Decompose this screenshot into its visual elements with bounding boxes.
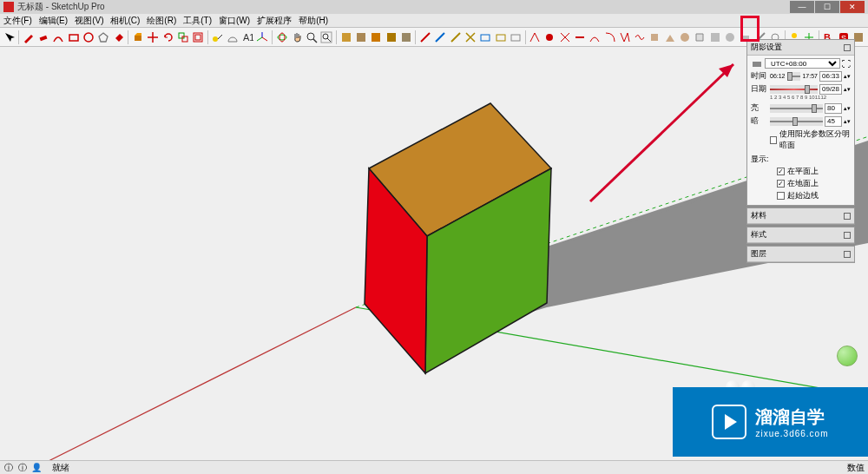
plugin-icon[interactable] bbox=[354, 30, 367, 44]
info-icon[interactable]: ⓘ bbox=[3, 463, 14, 473]
plugin-icon[interactable] bbox=[589, 30, 602, 44]
shadow-panel-header[interactable]: 阴影设置 bbox=[747, 40, 854, 56]
svg-point-12 bbox=[307, 33, 314, 40]
plugin-icon[interactable] bbox=[479, 30, 492, 44]
plugin-icon[interactable] bbox=[573, 30, 586, 44]
plugin-icon[interactable] bbox=[648, 30, 661, 44]
menu-draw[interactable]: 绘图(R) bbox=[147, 15, 176, 27]
pan-icon[interactable] bbox=[290, 30, 303, 44]
move-icon[interactable] bbox=[147, 30, 160, 44]
collapse-icon[interactable] bbox=[844, 251, 851, 258]
on-faces-checkbox[interactable]: ✓ bbox=[777, 168, 785, 175]
menu-tools[interactable]: 工具(T) bbox=[183, 15, 212, 27]
plugin-icon[interactable] bbox=[708, 30, 721, 44]
rectangle-icon[interactable] bbox=[67, 30, 80, 44]
zoom-extents-icon[interactable] bbox=[320, 30, 333, 44]
plugin-icon[interactable] bbox=[509, 30, 522, 44]
toolbar-separator bbox=[207, 30, 208, 44]
plugin-icon[interactable] bbox=[528, 30, 541, 44]
plugin-icon[interactable] bbox=[399, 30, 412, 44]
collapse-icon[interactable] bbox=[844, 213, 851, 220]
offset-icon[interactable] bbox=[191, 30, 204, 44]
plugin-icon[interactable] bbox=[385, 30, 398, 44]
info-icon[interactable]: ⓘ bbox=[17, 463, 28, 473]
select-tool-icon[interactable] bbox=[3, 30, 16, 44]
protractor-icon[interactable] bbox=[226, 30, 239, 44]
close-button[interactable]: ✕ bbox=[840, 1, 865, 13]
stepper-icon[interactable]: ▴▾ bbox=[844, 86, 851, 93]
from-edges-checkbox[interactable] bbox=[777, 192, 785, 200]
plugin-icon[interactable] bbox=[434, 30, 447, 44]
plugin-icon[interactable] bbox=[418, 30, 431, 44]
stepper-icon[interactable]: ▴▾ bbox=[844, 73, 851, 80]
scale-icon[interactable] bbox=[176, 30, 189, 44]
window-control-buttons: — ☐ ✕ bbox=[790, 1, 865, 13]
svg-rect-7 bbox=[195, 35, 201, 40]
plugin-icon[interactable] bbox=[339, 30, 352, 44]
maximize-button[interactable]: ☐ bbox=[815, 1, 839, 13]
orbit-icon[interactable] bbox=[275, 30, 288, 44]
pencil-icon[interactable] bbox=[22, 30, 35, 44]
light-slider[interactable] bbox=[770, 104, 823, 113]
minimize-button[interactable]: — bbox=[790, 1, 814, 13]
date-value[interactable]: 09/28 bbox=[819, 84, 842, 95]
svg-rect-5 bbox=[182, 36, 187, 42]
collapse-icon[interactable] bbox=[844, 232, 851, 239]
menu-file[interactable]: 文件(F) bbox=[3, 15, 32, 27]
plugin-icon[interactable] bbox=[449, 30, 462, 44]
eraser-icon[interactable] bbox=[37, 30, 50, 44]
plugin-icon[interactable] bbox=[558, 30, 571, 44]
date-slider[interactable] bbox=[770, 85, 818, 94]
stepper-icon[interactable]: ▴▾ bbox=[844, 118, 851, 125]
time-slider[interactable] bbox=[787, 72, 801, 81]
menu-extensions[interactable]: 扩展程序 bbox=[257, 15, 292, 27]
timezone-select[interactable]: UTC+08:00 bbox=[765, 58, 840, 69]
shadow-toggle-icon[interactable] bbox=[752, 58, 762, 69]
plugin-icon[interactable] bbox=[634, 30, 647, 44]
on-ground-checkbox[interactable]: ✓ bbox=[777, 180, 785, 188]
dark-slider[interactable] bbox=[770, 117, 823, 126]
tape-icon[interactable] bbox=[211, 30, 224, 44]
plugin-icon[interactable] bbox=[723, 30, 736, 44]
push-pull-icon[interactable] bbox=[131, 30, 144, 44]
rotate-icon[interactable] bbox=[161, 30, 174, 44]
zoom-icon[interactable] bbox=[305, 30, 318, 44]
plugin-icon[interactable] bbox=[618, 30, 631, 44]
plugin-icon[interactable] bbox=[370, 30, 383, 44]
arc-icon[interactable] bbox=[52, 30, 65, 44]
plugin-icon[interactable] bbox=[494, 30, 507, 44]
time-value[interactable]: 06:33 bbox=[819, 71, 842, 82]
collapse-icon[interactable] bbox=[844, 44, 851, 51]
green-sphere-icon[interactable] bbox=[837, 346, 858, 366]
time-end: 17:57 bbox=[802, 73, 818, 79]
svg-rect-24 bbox=[651, 34, 658, 41]
materials-header[interactable]: 材料 bbox=[747, 208, 854, 224]
menu-edit[interactable]: 编辑(E) bbox=[39, 15, 68, 27]
plugin-icon[interactable] bbox=[603, 30, 616, 44]
layers-header[interactable]: 图层 bbox=[747, 247, 854, 262]
plugin-icon[interactable] bbox=[678, 30, 691, 44]
menu-camera[interactable]: 相机(C) bbox=[110, 15, 140, 27]
plugin-icon[interactable] bbox=[663, 30, 676, 44]
axes-icon[interactable] bbox=[256, 30, 269, 44]
plugin-icon[interactable] bbox=[543, 30, 556, 44]
watermark-en: zixue.3d66.com bbox=[755, 429, 828, 438]
dark-value[interactable]: 45 bbox=[825, 116, 842, 127]
svg-point-8 bbox=[213, 36, 218, 42]
menu-bar: 文件(F) 编辑(E) 视图(V) 相机(C) 绘图(R) 工具(T) 窗口(W… bbox=[0, 14, 868, 28]
menu-help[interactable]: 帮助(H) bbox=[299, 15, 328, 27]
polygon-icon[interactable] bbox=[97, 30, 110, 44]
text-icon[interactable]: A1 bbox=[240, 30, 253, 44]
bucket-icon[interactable] bbox=[112, 30, 125, 44]
menu-view[interactable]: 视图(V) bbox=[75, 15, 103, 27]
expand-icon[interactable]: ⛶ bbox=[842, 59, 851, 69]
light-value[interactable]: 80 bbox=[825, 103, 842, 114]
plugin-icon[interactable] bbox=[694, 30, 707, 44]
plugin-icon[interactable] bbox=[464, 30, 477, 44]
person-icon[interactable]: 👤 bbox=[31, 463, 42, 473]
sun-checkbox[interactable] bbox=[770, 136, 777, 144]
styles-header[interactable]: 样式 bbox=[747, 227, 854, 243]
circle-icon[interactable] bbox=[82, 30, 95, 44]
stepper-icon[interactable]: ▴▾ bbox=[844, 105, 851, 112]
menu-window[interactable]: 窗口(W) bbox=[219, 15, 250, 27]
